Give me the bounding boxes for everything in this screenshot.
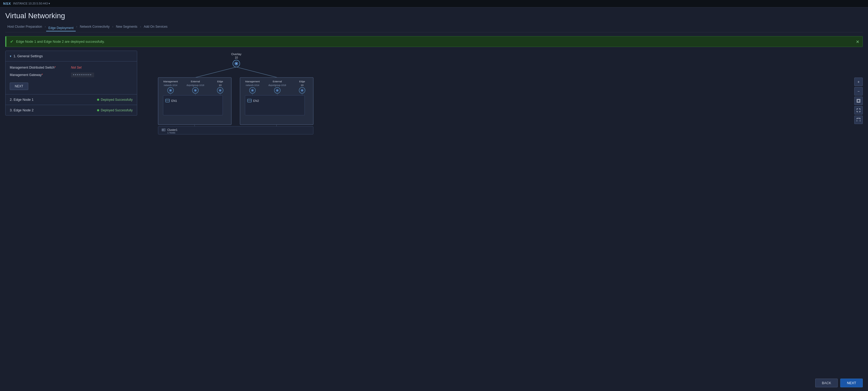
chevron-icon-1: › bbox=[44, 25, 45, 29]
mgmt-switch-row: Management Distributed Switch* Not Set bbox=[10, 66, 133, 69]
fit-button[interactable] bbox=[854, 96, 863, 105]
step-network-connectivity[interactable]: Network Connectivity bbox=[78, 24, 112, 30]
steps-navigation: Host Cluster Preparation › Edge Deployme… bbox=[5, 24, 863, 32]
general-settings-section: ▾ 1. General Settings Management Distrib… bbox=[5, 51, 137, 116]
general-settings-header[interactable]: ▾ 1. General Settings bbox=[5, 51, 137, 61]
overlay-value: 10 bbox=[235, 56, 238, 59]
en2-external-label: External bbox=[273, 80, 282, 83]
en1-mgmt-label: Management bbox=[163, 80, 178, 83]
edge-node-1-label: 2. Edge Node 1 bbox=[10, 98, 33, 101]
en1-edge-label: Edge bbox=[217, 80, 223, 83]
overlay-node-icon bbox=[235, 63, 237, 65]
en1-mgmt-network: network-1014 bbox=[164, 84, 178, 87]
network-diagram: Overlay 10 Management n bbox=[142, 51, 863, 151]
fit-icon bbox=[857, 99, 860, 102]
main-layout: ▾ 1. General Settings Management Distrib… bbox=[5, 51, 863, 161]
success-icon: ✔ bbox=[10, 39, 13, 44]
left-panel: ▾ 1. General Settings Management Distrib… bbox=[5, 51, 137, 161]
mgmt-switch-value: Not Set bbox=[71, 66, 82, 69]
success-banner: ✔ Edge Node 1 and Edge Node 2 are deploy… bbox=[5, 36, 863, 47]
general-settings-next-button[interactable]: NEXT bbox=[10, 83, 28, 90]
mgmt-gateway-row: Management Gateway* •••••••••• bbox=[10, 72, 133, 77]
edge-node-2-status-text: Deployed Successfully bbox=[101, 109, 133, 112]
svg-rect-1 bbox=[858, 100, 860, 102]
deployed-dot-1 bbox=[97, 99, 99, 101]
bottom-bar: BACK NEXT bbox=[810, 375, 868, 391]
mgmt-gateway-label: Management Gateway* bbox=[10, 73, 68, 77]
en1-external-network: dvportgroup-1018 bbox=[186, 84, 204, 87]
chevron-icon-4: › bbox=[140, 25, 141, 29]
banner-message: Edge Node 1 and Edge Node 2 are deployed… bbox=[16, 39, 105, 43]
mgmt-gateway-value: •••••••••• bbox=[71, 72, 94, 77]
cluster-icon-bar2 bbox=[163, 129, 164, 130]
edge-node-2-label: 3. Edge Node 2 bbox=[10, 108, 33, 112]
step-host-cluster[interactable]: Host Cluster Preparation bbox=[5, 24, 44, 30]
back-button[interactable]: BACK bbox=[815, 379, 838, 387]
en1-name: EN1 bbox=[171, 99, 177, 102]
en2-external-network: dvportgroup-1018 bbox=[269, 84, 286, 87]
en1-external-label: External bbox=[191, 80, 200, 83]
diagram-svg: Overlay 10 Management n bbox=[147, 51, 326, 135]
en2-inner-box bbox=[245, 95, 305, 115]
zoom-out-button[interactable]: − bbox=[854, 87, 863, 95]
chevron-icon-3: › bbox=[112, 25, 114, 29]
mgmt-gateway-required-marker: * bbox=[42, 73, 43, 77]
cluster-hosts: 1 hosts bbox=[167, 131, 176, 134]
edge-node-1-status-text: Deployed Successfully bbox=[101, 98, 133, 101]
instance-info[interactable]: INSTANCE 10.20.5.50:443 ▾ bbox=[13, 2, 50, 5]
page-title: Virtual Networking bbox=[5, 11, 863, 20]
zoom-controls: + − bbox=[854, 78, 863, 124]
cluster-icon-bar1 bbox=[162, 129, 163, 130]
edge-node-2-row[interactable]: 3. Edge Node 2 Deployed Successfully bbox=[5, 105, 137, 115]
collapse-button[interactable] bbox=[854, 116, 863, 124]
overlay-to-en2-line bbox=[236, 67, 277, 78]
zoom-in-button[interactable]: + bbox=[854, 78, 863, 86]
expand-icon bbox=[857, 109, 860, 112]
collapse-icon bbox=[857, 118, 860, 122]
en2-edge-value: 10 bbox=[301, 84, 303, 87]
mgmt-switch-label: Management Distributed Switch* bbox=[10, 66, 68, 69]
en2-mgmt-network: network-1014 bbox=[246, 84, 259, 87]
cluster-name: Cluster1 bbox=[167, 128, 178, 131]
collapse-chevron-icon: ▾ bbox=[10, 54, 11, 58]
en1-inner-box bbox=[163, 95, 223, 115]
expand-button[interactable] bbox=[854, 106, 863, 115]
general-settings-body: Management Distributed Switch* Not Set M… bbox=[5, 61, 137, 94]
banner-close-button[interactable]: ✕ bbox=[856, 39, 859, 44]
mgmt-switch-required-marker: * bbox=[54, 66, 56, 69]
deployed-dot-2 bbox=[97, 109, 99, 111]
edge-node-1-status: Deployed Successfully bbox=[97, 98, 133, 101]
page-content: Virtual Networking Host Cluster Preparat… bbox=[0, 7, 868, 166]
step-edge-deployment[interactable]: Edge Deployment bbox=[46, 25, 75, 31]
right-panel: Overlay 10 Management n bbox=[142, 51, 863, 161]
nsx-logo: NSX bbox=[3, 2, 11, 5]
en2-name: EN2 bbox=[253, 99, 259, 102]
step-new-segments[interactable]: New Segments bbox=[114, 24, 140, 30]
overlay-label: Overlay bbox=[231, 53, 242, 56]
en2-mgmt-label: Management bbox=[245, 80, 260, 83]
edge-node-1-row[interactable]: 2. Edge Node 1 Deployed Successfully bbox=[5, 94, 137, 105]
cluster-bar bbox=[158, 126, 313, 134]
en2-edge-label: Edge bbox=[299, 80, 305, 83]
step-add-on-services[interactable]: Add On Services bbox=[142, 24, 169, 30]
top-bar: NSX INSTANCE 10.20.5.50:443 ▾ bbox=[0, 0, 868, 7]
en1-edge-value: 10 bbox=[219, 84, 222, 87]
next-button[interactable]: NEXT bbox=[840, 379, 863, 387]
overlay-to-en1-line bbox=[195, 67, 236, 78]
edge-node-2-status: Deployed Successfully bbox=[97, 109, 133, 112]
general-settings-title: 1. General Settings bbox=[13, 54, 43, 58]
chevron-icon-2: › bbox=[76, 25, 77, 29]
